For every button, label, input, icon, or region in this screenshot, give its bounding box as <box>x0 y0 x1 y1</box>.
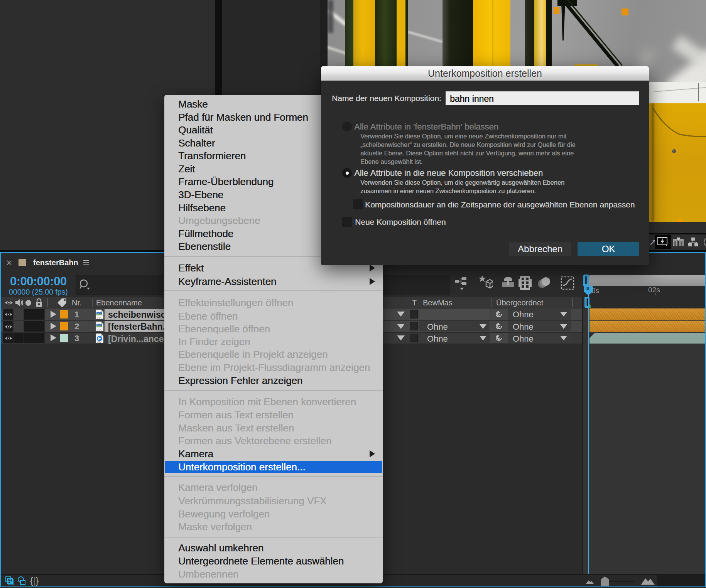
svg-text:JPEG: JPEG <box>97 329 102 331</box>
svg-text:JPEG: JPEG <box>97 317 102 319</box>
svg-text:MOV: MOV <box>97 341 101 343</box>
